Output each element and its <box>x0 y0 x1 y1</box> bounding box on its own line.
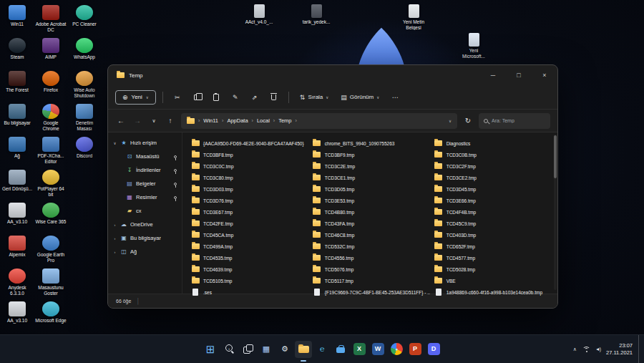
scrollbar-track[interactable] <box>554 135 557 290</box>
breadcrumb-segment[interactable]: Temp <box>278 117 291 124</box>
desktop-icon[interactable]: Yeni Microsoft... <box>451 33 497 59</box>
delete-button[interactable] <box>266 89 282 105</box>
paste-button[interactable] <box>208 89 224 105</box>
scrollbar-thumb[interactable] <box>554 135 557 178</box>
file-item[interactable]: TCD532C.tmp <box>308 241 430 252</box>
desktop-icon[interactable]: AA_v3.10 <box>1 299 33 332</box>
file-item[interactable]: TCD42FE.tmp <box>187 218 308 229</box>
chevron-icon[interactable]: ∨ <box>112 141 117 145</box>
chevron-icon[interactable]: › <box>112 236 117 241</box>
breadcrumb[interactable]: › Win11 › AppData › Local › Temp › ∨ <box>181 113 457 129</box>
desktop-icon[interactable]: Masaustunu Goster <box>35 266 67 299</box>
file-item[interactable]: TCD499A.tmp <box>187 241 308 252</box>
desktop-icon[interactable]: AA_v3.10 <box>1 200 33 233</box>
desktop-icon[interactable]: Wise Auto Shutdown <box>69 69 100 102</box>
desktop-icon[interactable]: PotPlayer 64 bit <box>35 168 67 200</box>
excel-button[interactable]: X <box>351 341 368 358</box>
maximize-button[interactable]: □ <box>506 65 532 85</box>
more-options-button[interactable]: ⋯ <box>387 89 403 105</box>
file-item[interactable]: TCD4535.tmp <box>187 252 308 263</box>
desktop-icon[interactable]: Yeni Metin Belgesi <box>391 4 436 30</box>
desktop-icon[interactable]: Geri Dönüşü... <box>1 168 33 200</box>
sidebar-item[interactable]: › ▣ Bu bilgisayar <box>108 231 182 245</box>
chevron-icon[interactable]: › <box>112 250 117 254</box>
breadcrumb-segment[interactable]: Local <box>257 117 270 124</box>
file-item[interactable]: TCD3D76.tmp <box>187 195 308 206</box>
file-item[interactable]: TCD3C0C.tmp <box>187 160 308 172</box>
desktop-icon[interactable]: Alpemix <box>1 233 33 266</box>
chevron-icon[interactable]: › <box>112 223 117 227</box>
desktop-icon[interactable]: Denetim Masası <box>69 102 100 135</box>
file-item[interactable]: TCD4B80.tmp <box>308 206 430 218</box>
share-button[interactable]: ⇗ <box>247 89 263 105</box>
desktop-icon[interactable]: Microsoft Edge <box>35 299 67 332</box>
file-item[interactable]: TCD4F4B.tmp <box>430 206 552 218</box>
sidebar-item[interactable]: ⊡ Masaüstü <box>108 150 182 163</box>
clock[interactable]: 23:07 27.11.2021 <box>606 342 633 356</box>
minimize-button[interactable]: ─ <box>480 65 506 85</box>
file-item[interactable]: {AACA95D0-FD69-4E2E-9040-BFCA47AAF450} <box>187 137 308 149</box>
file-item[interactable]: TCD4639.tmp <box>187 263 308 275</box>
file-item[interactable]: {F19C9669-7C9C-4BF1-BE45-253AE3D511FF} -… <box>308 286 430 298</box>
chrome-button[interactable]: ● <box>388 341 405 358</box>
breadcrumb-segment[interactable]: AppData <box>227 117 248 124</box>
tray-overflow-button[interactable]: ∧ <box>573 347 577 352</box>
refresh-button[interactable]: ↻ <box>462 117 474 125</box>
desktop-icon[interactable]: WhatsApp <box>69 36 100 69</box>
desktop-icon[interactable]: tarik_yedek... <box>293 4 339 25</box>
file-item[interactable]: chrome_BITS_9940_1090755263 <box>308 137 430 149</box>
breadcrumb-segment[interactable]: Win11 <box>203 117 218 124</box>
file-item[interactable]: VBE <box>430 275 552 286</box>
edge-button[interactable]: ℮ <box>313 341 331 358</box>
sidebar-item[interactable]: ↧ İndirilenler <box>108 163 182 177</box>
desktop-icon[interactable]: Win11 <box>1 3 33 36</box>
desktop-icon[interactable]: Ağ <box>1 135 33 168</box>
back-button[interactable]: ← <box>115 117 127 125</box>
desktop-icon[interactable]: AIMP <box>35 36 67 69</box>
file-item[interactable]: TCD3C0B.tmp <box>430 149 552 160</box>
file-item[interactable]: TCD45CA.tmp <box>187 229 308 241</box>
settings-button[interactable]: ⚙ <box>276 341 293 358</box>
file-item[interactable]: TCD3E67.tmp <box>187 206 308 218</box>
task-view-button[interactable]: · <box>239 341 256 358</box>
desktop-icon[interactable]: Google Chrome <box>35 102 67 135</box>
recent-locations-button[interactable]: ∨ <box>148 118 160 124</box>
view-button[interactable]: ▤ Görünüm ∨ <box>336 91 384 104</box>
sidebar-item[interactable]: ▤ Belgeler <box>108 177 182 190</box>
desktop-icon[interactable]: PC Cleaner <box>69 3 100 36</box>
desktop-icon[interactable]: Google Earth Pro <box>35 233 67 266</box>
sort-button[interactable]: ⇅ Sırala ∨ <box>296 91 333 104</box>
file-item[interactable]: TCD652F.tmp <box>430 241 552 252</box>
store-button[interactable]: · <box>332 341 349 358</box>
file-item[interactable]: TCD3D03.tmp <box>187 183 308 195</box>
desktop-icon[interactable]: Bu bilgisayar <box>1 102 33 135</box>
desktop-icon[interactable]: Anydesk 6.3.3.0 <box>1 266 33 299</box>
file-item[interactable]: TCD45C9.tmp <box>430 218 552 229</box>
sidebar-item[interactable]: ▦ Resimler <box>108 190 182 204</box>
file-item[interactable]: .ses <box>187 286 308 298</box>
file-item[interactable]: TCD3D05.tmp <box>308 183 430 195</box>
cut-button[interactable]: ✂ <box>170 89 185 105</box>
file-item[interactable]: TCD3BF9.tmp <box>308 149 430 160</box>
file-item[interactable]: TCD3BF8.tmp <box>187 149 308 160</box>
desktop-icon[interactable]: AAct_v4.0_... <box>236 4 282 25</box>
file-item[interactable]: TCD4577.tmp <box>430 252 552 263</box>
start-button[interactable]: ⊞ <box>202 341 219 358</box>
sidebar-item[interactable]: ∨ ★ Hızlı erişim <box>108 136 182 150</box>
file-item[interactable]: TCD403D.tmp <box>430 229 552 241</box>
search-box[interactable] <box>479 113 550 129</box>
file-item[interactable]: TCD3D45.tmp <box>430 183 552 195</box>
sidebar-item[interactable]: › ☁ OneDrive <box>108 218 182 231</box>
powerpoint-button[interactable]: P <box>406 341 424 358</box>
file-item[interactable]: TCD5117.tmp <box>308 275 430 286</box>
file-item[interactable]: TCD3E53.tmp <box>308 195 430 206</box>
file-item[interactable]: Diagnostics <box>430 137 552 149</box>
file-item[interactable]: TCD3CE2.tmp <box>430 172 552 183</box>
search-input[interactable] <box>492 118 545 123</box>
file-item[interactable]: TCD43FA.tmp <box>308 218 430 229</box>
desktop-icon[interactable]: Adobe Acrobat DC <box>35 3 67 36</box>
rename-button[interactable]: ✎ <box>228 89 243 105</box>
widgets-button[interactable]: ▦ <box>258 341 275 358</box>
close-button[interactable]: × <box>532 65 557 85</box>
file-item[interactable]: TCD3E66.tmp <box>430 195 552 206</box>
